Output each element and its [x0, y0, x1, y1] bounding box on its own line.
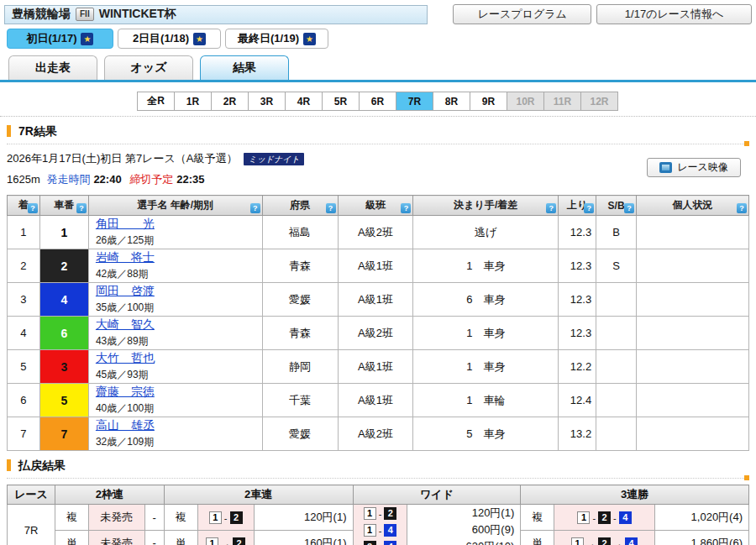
separator [0, 116, 756, 117]
car-number-cell: 2 [39, 249, 88, 283]
results-table: 着? 車番? 選手名 年齢/期別? 府県? 級班? 決まり手/着差? 上り? S… [7, 195, 749, 451]
status-cell [637, 317, 749, 350]
rider-link[interactable]: 岡田 啓渡 [96, 284, 155, 297]
help-icon[interactable]: ? [28, 203, 38, 213]
day-tab-first[interactable]: 初日(1/17) ★ [7, 29, 113, 49]
class-cell: A級2班 [338, 317, 413, 350]
rider-age-period: 35歳／100期 [96, 301, 262, 315]
sanrensho-tan-amount: 1,860円(6) [655, 531, 749, 545]
race-tab-2r[interactable]: 2R [211, 92, 249, 111]
car-chip-4: 4 [384, 524, 396, 537]
result-row: 7 7 高山 雄丞32歳／109期 愛媛 A級2班 5 車身 13.2 [8, 417, 749, 451]
nishaken-tan-label: 単 [164, 531, 197, 545]
status-cell [637, 417, 749, 451]
margin-cell: 1 車身 [413, 249, 559, 283]
star-icon: ★ [193, 33, 206, 45]
car-number-cell: 5 [39, 384, 88, 417]
combo-separator: - [224, 513, 228, 523]
margin-cell: 1 車身 [413, 317, 559, 350]
car-chip-1: 1 [206, 537, 218, 545]
star-icon: ★ [303, 33, 316, 45]
help-icon[interactable]: ? [737, 203, 747, 213]
sb-cell [596, 350, 637, 384]
car-chip-2: 2 [598, 511, 611, 524]
rider-link[interactable]: 高山 雄丞 [96, 418, 155, 432]
rank-cell: 5 [8, 350, 40, 384]
payout-header-row: レース 2枠連 2車連 ワイド 3連勝 [8, 485, 749, 505]
col-lap-time: 上り? [559, 196, 596, 216]
help-icon[interactable]: ? [624, 203, 634, 213]
status-cell [637, 384, 749, 417]
car-chip-1: 1 [209, 511, 222, 524]
class-cell: A級1班 [338, 283, 413, 317]
rider-link[interactable]: 岩崎 将士 [96, 250, 155, 264]
lap-time-cell: 13.2 [559, 417, 596, 451]
car-chip-2: 2 [384, 507, 396, 520]
venue-name: 豊橋競輪場 [12, 7, 71, 22]
wakuren-fuku-amount: - [144, 505, 164, 531]
wide-combo-row: 1-4 [354, 521, 407, 538]
day-tab-second[interactable]: 2日目(1/18) ★ [118, 29, 221, 49]
race-tab-6r[interactable]: 6R [359, 92, 396, 111]
race-tab-8r[interactable]: 8R [433, 92, 470, 111]
race-tab-4r[interactable]: 4R [285, 92, 323, 111]
race-tab-12r: 12R [580, 92, 618, 111]
nishaken-fuku-combo: 1-2 [197, 505, 254, 531]
day-tab-final[interactable]: 最終日(1/19) ★ [225, 29, 328, 49]
race-program-button[interactable]: レースプログラム [453, 4, 591, 24]
tab-startlist[interactable]: 出走表 [8, 55, 97, 80]
help-icon[interactable]: ? [326, 203, 336, 213]
race-tab-5r[interactable]: 5R [322, 92, 360, 111]
prefecture-cell: 青森 [262, 317, 338, 350]
car-number-cell: 7 [39, 417, 88, 451]
cup-title: WINTICKET杯 [99, 7, 176, 22]
help-icon[interactable]: ? [250, 203, 260, 213]
sanrensho-fuku-combo: 1-2-4 [554, 505, 655, 531]
race-tab-3r[interactable]: 3R [248, 92, 286, 111]
rank-cell: 2 [8, 249, 40, 283]
race-info-button[interactable]: 1/17のレース情報へ [596, 4, 752, 24]
rider-link[interactable]: 大竹 哲也 [96, 351, 155, 364]
wide-amounts: 120円(1) 600円(9) 630円(10) [407, 505, 521, 545]
day-tabs: 初日(1/17) ★ 2日目(1/18) ★ 最終日(1/19) ★ [7, 29, 756, 49]
day-tab-label: 2日目(1/18) [133, 31, 189, 46]
race-tab-1r[interactable]: 1R [174, 92, 212, 111]
rider-age-period: 40歳／100期 [96, 401, 262, 416]
margin-cell: 5 車身 [413, 417, 559, 451]
start-time-value: 22:40 [93, 173, 121, 186]
car-chip-2: 2 [364, 541, 376, 545]
rider-link[interactable]: 角田 光 [96, 217, 155, 230]
sb-cell: S [596, 249, 637, 283]
tab-odds[interactable]: オッズ [104, 55, 193, 80]
col-car: 車番? [39, 196, 88, 216]
wide-combos: 1-2 1-4 2-4 [353, 505, 407, 545]
rider-link[interactable]: 大崎 智久 [96, 317, 155, 331]
nishaken-tan-amount: 160円(1) [254, 531, 353, 545]
rank-cell: 1 [8, 216, 40, 249]
wide-amount: 600円(9) [407, 521, 520, 538]
sb-cell: B [596, 216, 637, 249]
help-icon[interactable]: ? [546, 203, 556, 213]
tab-results[interactable]: 結果 [200, 55, 289, 80]
top-bar: 豊橋競輪場 FII WINTICKET杯 レースプログラム 1/17のレース情報… [4, 4, 752, 24]
sanrensho-tan-label: 単 [521, 531, 554, 545]
prefecture-cell: 愛媛 [262, 417, 338, 451]
sb-cell [596, 384, 637, 417]
close-time-label: 締切予定 [129, 173, 173, 186]
rider-link[interactable]: 齋藤 宗徳 [96, 385, 155, 398]
help-icon[interactable]: ? [76, 203, 87, 213]
status-cell [637, 216, 749, 249]
help-icon[interactable]: ? [401, 203, 411, 213]
race-tab-all[interactable]: 全R [137, 92, 175, 111]
race-tab-11r: 11R [543, 92, 581, 111]
wide-combo-row: 1-2 [354, 505, 407, 521]
margin-cell: 6 車身 [413, 283, 559, 317]
result-row: 2 2 岩崎 将士42歳／88期 青森 A級1班 1 車身 12.3 S [8, 249, 749, 283]
help-icon[interactable]: ? [584, 203, 594, 213]
race-tab-7r[interactable]: 7R [396, 92, 433, 111]
wakuren-fuku-label: 複 [55, 505, 88, 531]
race-tab-9r[interactable]: 9R [470, 92, 507, 111]
prefecture-cell: 福島 [262, 216, 338, 249]
race-video-button[interactable]: レース映像 [647, 158, 741, 177]
class-cell: A級1班 [338, 384, 413, 417]
